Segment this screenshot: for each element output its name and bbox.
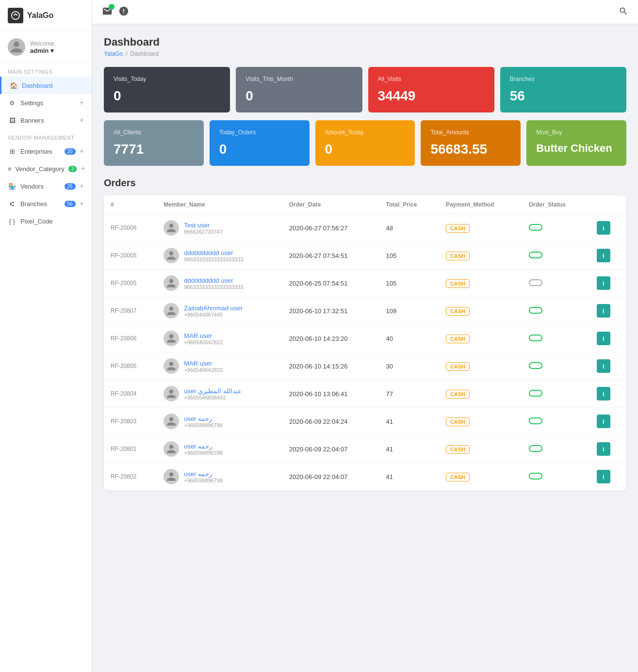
status-icon <box>529 417 542 424</box>
info-button[interactable]: i <box>597 442 610 456</box>
order-action[interactable]: i <box>590 352 626 380</box>
info-button[interactable]: i <box>597 276 610 290</box>
member-phone: +966544887445 <box>184 312 243 318</box>
member-avatar <box>164 358 179 374</box>
sidebar-item-label: Dashboard <box>22 82 84 89</box>
member-info: MAR user +966540642822 <box>184 360 223 373</box>
order-payment: CASH <box>439 214 522 242</box>
stat-value: 0 <box>325 142 406 157</box>
search-icon[interactable] <box>619 6 628 17</box>
order-action[interactable]: i <box>590 380 626 408</box>
order-action[interactable]: i <box>590 463 626 491</box>
stat-cards-row1: Visits_Today 0 Visits_This_Month 0 All_V… <box>104 67 626 112</box>
code-icon: { } <box>8 217 16 225</box>
order-action[interactable]: i <box>590 325 626 352</box>
member-name: user رحمه <box>184 443 223 450</box>
col-date: Order_Date <box>282 195 379 214</box>
order-id: RF-20806 <box>104 325 157 352</box>
info-button[interactable]: i <box>597 470 610 483</box>
member-name: MAR user <box>184 360 223 367</box>
stat-value: Butter Chicken <box>536 142 617 156</box>
status-icon <box>529 362 542 369</box>
order-id: RF-20005 <box>104 270 157 297</box>
order-action[interactable]: i <box>590 408 626 435</box>
order-action[interactable]: i <box>590 270 626 297</box>
sidebar-logo[interactable]: YalaGo <box>0 0 92 32</box>
member-phone: +966599896788 <box>184 450 223 456</box>
col-id: # <box>104 195 157 214</box>
orders-table: # Member_Name Order_Date Total_Price Pay… <box>104 195 626 491</box>
info-button[interactable]: i <box>597 387 610 400</box>
section-title-main: Main Settings <box>0 63 92 77</box>
order-member: Test user 9666262733747 <box>157 214 282 242</box>
order-price: 109 <box>379 297 439 325</box>
stat-value: 56683.55 <box>430 142 511 157</box>
order-action[interactable]: i <box>590 214 626 242</box>
info-button[interactable]: i <box>597 304 610 318</box>
order-action[interactable]: i <box>590 297 626 325</box>
info-button[interactable]: i <box>597 221 610 235</box>
sidebar-item-branches[interactable]: ⑆ Branches 56 + <box>0 195 92 212</box>
order-payment: CASH <box>439 270 522 297</box>
info-button[interactable]: i <box>597 359 610 373</box>
table-row: RF-20005 dddddddddd user 966333333333333… <box>104 242 626 270</box>
stat-value: 0 <box>219 142 300 157</box>
order-price: 40 <box>379 325 439 352</box>
order-date: 2020-06-10 17:32:51 <box>282 297 379 325</box>
stat-card-today-orders: Today_Orders 0 <box>210 120 310 166</box>
member-name: user رحمه <box>184 415 223 422</box>
stat-card-visits-today: Visits_Today 0 <box>104 67 230 112</box>
order-action[interactable]: i <box>590 435 626 463</box>
stat-label: Most_Buy <box>536 129 617 136</box>
orders-table-wrap: # Member_Name Order_Date Total_Price Pay… <box>104 195 626 491</box>
member-avatar <box>164 248 179 263</box>
sidebar-item-dashboard[interactable]: 🏠 Dashboard <box>0 77 92 94</box>
table-row: RF-20806 MAR user +966540642822 2020-06-… <box>104 325 626 352</box>
page-title: Dashboard <box>104 36 626 48</box>
member-info: user رحمه +966599896788 <box>184 470 223 483</box>
sidebar-item-pixel-code[interactable]: { } Pixel_Code <box>0 212 92 230</box>
sidebar-item-settings[interactable]: ⚙ Settings + <box>0 94 92 112</box>
mail-icon-wrapper[interactable] <box>102 6 113 18</box>
stat-value: 0 <box>114 88 220 104</box>
stat-card-branches: Branches 56 <box>500 67 626 112</box>
stat-card-visits-month: Visits_This_Month 0 <box>236 67 362 112</box>
plus-icon: + <box>81 164 85 173</box>
member-info: user رحمه +966599896788 <box>184 415 223 428</box>
status-icon <box>529 279 542 286</box>
plus-icon: + <box>80 116 84 125</box>
stat-label: Amount_Today <box>325 129 406 136</box>
order-payment: CASH <box>439 352 522 380</box>
status-icon <box>529 445 542 452</box>
col-status: Order_Status <box>522 195 590 214</box>
cash-badge: CASH <box>446 417 470 426</box>
sidebar-item-vendor-category[interactable]: ≡ Vendor_Category 3 + <box>0 160 92 177</box>
order-date: 2020-06-10 14:23:20 <box>282 325 379 352</box>
order-id: RF-20805 <box>104 352 157 380</box>
order-payment: CASH <box>439 325 522 352</box>
order-status <box>522 380 590 408</box>
sidebar-item-enterprises[interactable]: ⊞ Enterprises 20 + <box>0 143 92 160</box>
home-icon: 🏠 <box>9 81 18 90</box>
order-id: RF-20804 <box>104 380 157 408</box>
order-price: 77 <box>379 380 439 408</box>
sidebar-item-label: Enterprises <box>20 148 61 155</box>
col-price: Total_Price <box>379 195 439 214</box>
info-button[interactable]: i <box>597 249 610 262</box>
order-date: 2020-06-10 14:15:26 <box>282 352 379 380</box>
status-icon <box>529 390 542 397</box>
sidebar-item-banners[interactable]: 🖼 Banners + <box>0 112 92 129</box>
table-row: RF-20005 dddddddddd user 966333333333333… <box>104 270 626 297</box>
member-phone: 96633333333333333333 <box>184 256 243 262</box>
member-info: user عبدالله المطيري +9665546808492 <box>184 387 242 400</box>
vendors-badge: 25 <box>65 183 76 190</box>
order-date: 2020-06-09 22:04:07 <box>282 463 379 491</box>
stat-value: 56 <box>510 88 617 104</box>
info-button[interactable]: i <box>597 332 610 345</box>
breadcrumb-home[interactable]: YalaGo <box>104 50 123 57</box>
order-action[interactable]: i <box>590 242 626 270</box>
order-status <box>522 242 590 270</box>
sidebar-item-vendors[interactable]: 🏪 Vendors 25 + <box>0 177 92 195</box>
info-button[interactable]: i <box>597 415 610 428</box>
notification-icon[interactable] <box>118 6 129 18</box>
